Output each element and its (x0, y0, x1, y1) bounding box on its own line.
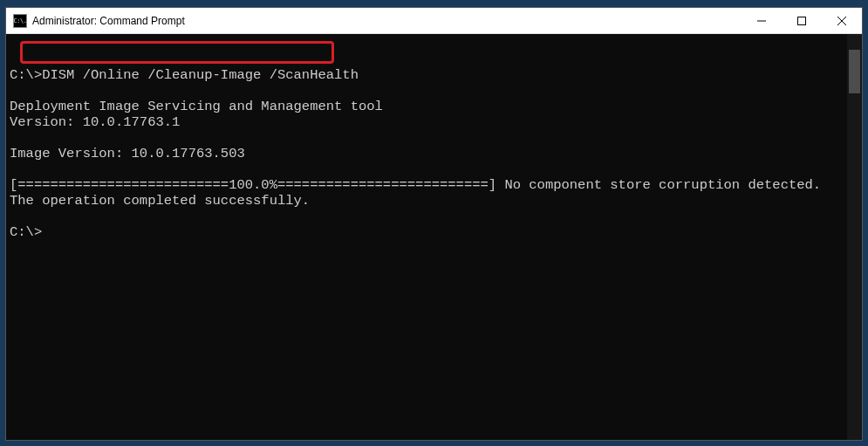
maximize-icon (797, 17, 806, 25)
scrollbar-thumb[interactable] (849, 50, 860, 93)
window-controls (742, 8, 862, 33)
console-line-blank1 (10, 83, 844, 99)
console-line-blank0 (10, 51, 844, 67)
console-area[interactable]: C:\>DISM /Online /Cleanup-Image /ScanHea… (6, 34, 862, 440)
window-title: Administrator: Command Prompt (32, 15, 185, 27)
console-line-prompt2: C:\> (10, 224, 844, 240)
console-line-image-version: Image Version: 10.0.17763.503 (10, 146, 844, 161)
console-line-command: C:\>DISM /Online /Cleanup-Image /ScanHea… (10, 67, 844, 83)
console-line-blank4 (10, 209, 844, 224)
titlebar[interactable]: C:\. Administrator: Command Prompt (6, 8, 862, 34)
command-prompt-window: C:\. Administrator: Command Prompt C:\>D… (5, 7, 863, 441)
cmd-icon: C:\. (13, 14, 27, 28)
minimize-button[interactable] (742, 8, 782, 33)
console-output: C:\>DISM /Online /Cleanup-Image /ScanHea… (6, 34, 847, 440)
console-line-tool: Deployment Image Servicing and Managemen… (10, 99, 844, 114)
close-icon (837, 17, 846, 25)
minimize-icon (757, 17, 766, 25)
vertical-scrollbar[interactable] (847, 34, 862, 440)
console-line-progress: [==========================100.0%=======… (10, 177, 844, 193)
console-line-completion: The operation completed successfully. (10, 193, 844, 209)
prompt-prefix: C:\> (10, 67, 42, 83)
maximize-button[interactable] (782, 8, 822, 33)
console-line-blank3 (10, 161, 844, 177)
cmd-icon-text: C:\. (14, 17, 27, 24)
svg-rect-1 (798, 17, 806, 24)
console-line-blank2 (10, 130, 844, 146)
entered-command: DISM /Online /Cleanup-Image /ScanHealth (42, 67, 359, 83)
close-button[interactable] (822, 8, 862, 33)
console-line-version: Version: 10.0.17763.1 (10, 114, 844, 130)
